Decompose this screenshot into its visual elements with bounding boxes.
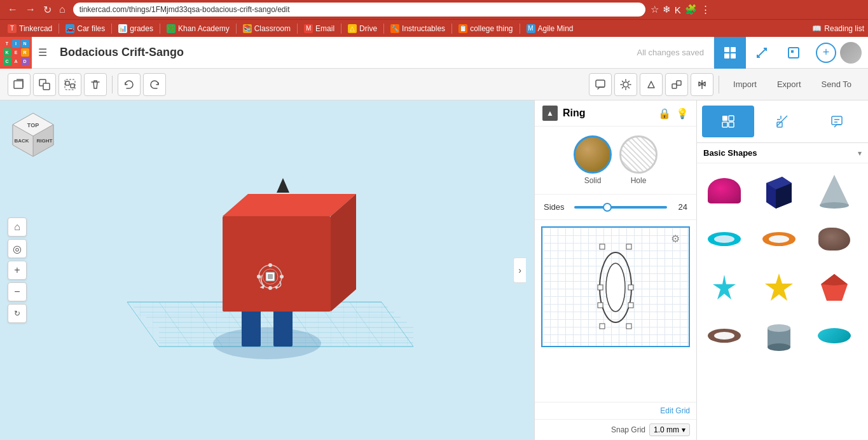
bookmark-instructables[interactable]: 🔧 Instructables: [387, 23, 449, 34]
import-label: Import: [733, 79, 757, 89]
shape-item-brown-ring[interactable]: [702, 313, 747, 358]
panel-collapse-button[interactable]: ›: [513, 258, 526, 283]
extension-icon-1[interactable]: ❄: [663, 4, 671, 15]
svg-rect-71: [729, 116, 734, 121]
build-button[interactable]: [746, 37, 778, 69]
redo-button[interactable]: [143, 73, 166, 96]
sides-slider[interactable]: [574, 206, 667, 209]
logo-cell-k: K: [3, 48, 11, 57]
export-button[interactable]: Export: [768, 73, 810, 96]
ring-preview-svg: [584, 241, 647, 333]
menu-icon[interactable]: ⋮: [701, 4, 710, 15]
sides-value: 24: [672, 202, 687, 212]
shape-options: Solid Hole: [535, 127, 696, 195]
new-shape-button[interactable]: [8, 73, 31, 96]
extension-icon-3[interactable]: 🧩: [685, 4, 697, 15]
delete-icon: [90, 79, 101, 90]
copy-button[interactable]: [33, 73, 56, 96]
shape-item-cone[interactable]: [812, 168, 857, 213]
grid-view-button[interactable]: [714, 37, 746, 69]
shape-toggle-button[interactable]: [640, 73, 663, 96]
reading-list[interactable]: 📖 Reading list: [812, 24, 864, 33]
bookmark-tinkercad[interactable]: T Tinkercad: [4, 23, 56, 34]
red-gem-shape: [820, 273, 849, 302]
shape-item-teal-ring[interactable]: [702, 217, 747, 261]
shape-item-gold-star[interactable]: [757, 265, 801, 310]
bookmark-grades[interactable]: 📊 grades: [114, 23, 157, 34]
back-button[interactable]: ←: [5, 3, 20, 17]
teal-ring-shape: [707, 231, 742, 247]
bookmark-separator-3: [160, 24, 160, 34]
logo-cell-d: D: [21, 57, 29, 65]
forward-button[interactable]: →: [23, 3, 38, 17]
bookmark-college[interactable]: 📋 college thing: [455, 23, 516, 34]
tab-notes[interactable]: [811, 106, 863, 137]
export-label: Export: [777, 79, 801, 89]
svg-rect-8: [43, 83, 50, 90]
ring-lock-button[interactable]: 🔒: [658, 107, 671, 120]
mirror-button[interactable]: [691, 73, 713, 96]
svg-point-13: [623, 82, 628, 87]
tinkercad-logo[interactable]: T I N K E R C A D: [0, 37, 32, 69]
send-to-button[interactable]: Send To: [813, 73, 860, 96]
home-button[interactable]: ⌂: [57, 3, 68, 17]
shape-item-brown-blob[interactable]: [812, 217, 857, 261]
add-user-button[interactable]: +: [816, 43, 836, 63]
ring-info-button[interactable]: 💡: [676, 107, 689, 120]
shape-item-orange-torus[interactable]: [757, 217, 801, 261]
snap-value-button[interactable]: 1.0 mm ▾: [649, 423, 690, 436]
sim-button[interactable]: [778, 37, 809, 69]
edit-grid-row[interactable]: Edit Grid: [535, 402, 696, 419]
shape-item-teal-star[interactable]: [702, 265, 747, 310]
logo-cell-a: A: [12, 57, 20, 65]
viewport[interactable]: TOP RIGHT BACK ⌂ ◎ + − ↻: [0, 100, 534, 440]
svg-point-53: [280, 275, 284, 278]
group-button[interactable]: [59, 73, 81, 96]
snap-value-text: 1.0 mm: [654, 425, 679, 434]
refresh-button[interactable]: ↻: [41, 3, 54, 17]
svg-rect-70: [722, 116, 727, 121]
shape-item-gray-cylinder[interactable]: [757, 313, 801, 358]
undo-button[interactable]: [118, 73, 141, 96]
send-to-label: Send To: [822, 79, 851, 89]
bookmark-email[interactable]: M Email: [300, 23, 338, 34]
bookmark-khan[interactable]: 🌿 Khan Academy: [163, 23, 233, 34]
multi-button[interactable]: [665, 73, 688, 96]
star-icon[interactable]: ☆: [651, 4, 659, 15]
import-button[interactable]: Import: [724, 73, 766, 96]
shape-item-teal-flat[interactable]: [812, 313, 857, 358]
3d-scene[interactable]: [0, 100, 534, 440]
ring-collapse-button[interactable]: ▲: [542, 106, 558, 121]
instructables-favicon: 🔧: [390, 24, 399, 33]
delete-button[interactable]: [84, 73, 107, 96]
shape-item-sphere[interactable]: [702, 168, 747, 213]
bookmark-classroom[interactable]: 📚 Classroom: [239, 23, 294, 34]
toolbar: Import Export Send To: [0, 69, 868, 100]
browser-actions: ☆ ❄ K 🧩 ⋮: [651, 4, 710, 15]
bookmark-drive[interactable]: △ Drive: [344, 23, 381, 34]
extension-icon-2[interactable]: K: [675, 4, 681, 15]
gray-cylinder-shape: [764, 319, 794, 354]
hole-option[interactable]: Hole: [619, 135, 658, 185]
bookmark-carfiles[interactable]: 🚗 Car files: [62, 23, 109, 34]
toolbar-separator: [112, 76, 113, 93]
shapes-selector[interactable]: Basic Shapes ▾: [697, 143, 868, 163]
solid-option[interactable]: Solid: [574, 135, 612, 185]
main-layout: TOP RIGHT BACK ⌂ ◎ + − ↻: [0, 100, 868, 440]
logo-cell-c: C: [3, 57, 11, 65]
preview-grid: ⚙: [541, 226, 690, 347]
user-avatar[interactable]: [840, 42, 862, 64]
tab-rulers[interactable]: [757, 106, 809, 137]
shape-item-box[interactable]: [757, 168, 801, 213]
svg-rect-61: [626, 244, 631, 249]
shape-item-red-gem[interactable]: [812, 265, 857, 310]
svg-point-63: [606, 263, 625, 312]
light-button[interactable]: [614, 73, 637, 96]
bookmark-agilemind[interactable]: M Agile Mind: [523, 23, 577, 34]
new-shape-icon: [13, 79, 25, 90]
address-bar[interactable]: tinkercad.com/things/1FMjmd33qsa-bodacio…: [73, 3, 645, 17]
comment-button[interactable]: [589, 73, 612, 96]
tab-shapes[interactable]: [702, 106, 754, 137]
svg-rect-6: [14, 81, 23, 88]
menu-icon[interactable]: ☰: [32, 46, 53, 58]
